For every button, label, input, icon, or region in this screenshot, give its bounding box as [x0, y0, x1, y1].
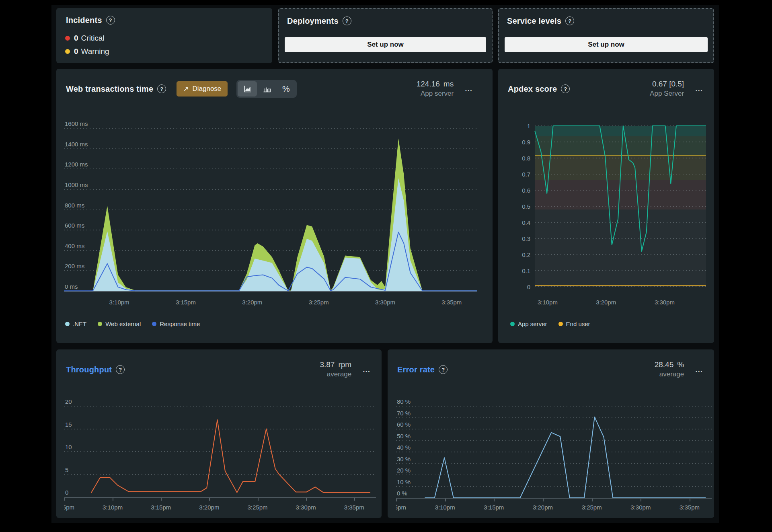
apdex-header: Apdex score ? 0.67 [0.5] App Server ...: [508, 78, 703, 100]
help-icon[interactable]: ?: [343, 16, 351, 25]
x-tick-mark: [64, 498, 65, 501]
legend-dot: [98, 322, 102, 326]
service-levels-setup-button[interactable]: Set up now: [505, 37, 708, 52]
x-tick-mark: [641, 499, 641, 501]
x-tick-label: 3:05pm: [396, 504, 406, 511]
x-tick-label: 3:30pm: [296, 504, 316, 511]
percent-toggle-button[interactable]: %: [276, 81, 296, 97]
legend-item[interactable]: .NET: [65, 320, 86, 327]
x-tick-label: 3:05pm: [64, 504, 74, 511]
x-tick-label: 3:35pm: [441, 299, 462, 306]
service-levels-card: Service levels ? Set up now: [498, 8, 714, 63]
incident-critical-row: 0 Critical: [65, 33, 105, 43]
value-unit: ms: [443, 80, 454, 88]
ellipsis-menu-icon[interactable]: ...: [695, 368, 703, 372]
help-icon[interactable]: ?: [157, 84, 166, 93]
y-tick-label: 80 %: [397, 398, 411, 405]
throughput-plot[interactable]: 05101520: [64, 406, 376, 498]
error-rate-title-link[interactable]: Error rate: [397, 365, 435, 374]
area-chart-toggle-button[interactable]: [238, 81, 257, 97]
web-transactions-header: Web transactions time ? ↗ Diagnose: [66, 78, 472, 100]
bar-chart-toggle-button[interactable]: [257, 81, 276, 97]
web-transactions-legend: .NETWeb externalResponse time: [65, 319, 200, 329]
y-tick-label: 0.9: [522, 139, 530, 146]
x-tick-mark: [258, 498, 259, 501]
legend-item[interactable]: App server: [510, 320, 547, 327]
x-tick-label: 3:30pm: [630, 504, 651, 511]
legend-dot: [510, 322, 515, 326]
diagnose-label: Diagnose: [192, 85, 221, 93]
legend-item[interactable]: Web external: [98, 320, 141, 327]
deployments-card: Deployments ? Set up now: [278, 8, 493, 63]
x-tick-mark: [306, 498, 307, 501]
help-icon[interactable]: ?: [565, 16, 574, 25]
y-tick-label: 0.1: [522, 267, 530, 274]
apdex-title: Apdex score: [508, 84, 557, 94]
x-tick-mark: [494, 499, 495, 501]
y-tick-label: 0.2: [522, 251, 530, 258]
warning-label: Warning: [81, 47, 109, 56]
legend-label: Web external: [105, 320, 141, 327]
legend-label: App server: [518, 320, 547, 327]
bar-chart-icon: [262, 84, 272, 94]
diagnose-button[interactable]: ↗ Diagnose: [177, 81, 228, 97]
apdex-card: Apdex score ? 0.67 [0.5] App Server ... …: [498, 69, 714, 343]
y-tick-label: 0: [527, 283, 530, 290]
x-tick-label: 3:35pm: [680, 504, 700, 511]
help-icon[interactable]: ?: [561, 84, 570, 93]
throughput-card: Throughput ? 3.87rpm average ... 0510152…: [56, 349, 382, 518]
percent-icon: %: [282, 84, 290, 94]
legend-item[interactable]: End user: [558, 320, 590, 327]
x-tick-mark: [113, 498, 113, 501]
x-tick-mark: [161, 498, 162, 501]
error-rate-plot[interactable]: 0 %10 %20 %30 %40 %50 %60 %70 %80 %: [396, 406, 712, 499]
apdex-value: 0.67 [0.5] App Server: [650, 79, 684, 99]
incidents-title: Incidents: [66, 16, 102, 25]
x-tick-label: 3:15pm: [176, 299, 196, 306]
diagnose-arrow-icon: ↗: [183, 86, 189, 92]
x-tick-label: 3:25pm: [309, 299, 329, 306]
x-tick-label: 3:35pm: [344, 504, 364, 511]
legend-dot: [152, 322, 156, 326]
legend-label: Response time: [160, 320, 200, 327]
chart-type-toggle: %: [236, 80, 297, 98]
throughput-value: 3.87rpm average: [320, 360, 351, 379]
x-tick-mark: [543, 499, 544, 501]
value-scope: App Server: [650, 89, 684, 99]
ellipsis-menu-icon[interactable]: ...: [695, 87, 703, 91]
web-transactions-plot[interactable]: 0 ms200 ms400 ms600 ms800 ms1000 ms1200 …: [64, 128, 477, 292]
value-number: 3.87: [320, 360, 335, 369]
deployments-title: Deployments: [287, 16, 339, 26]
help-icon[interactable]: ?: [106, 16, 115, 25]
x-tick-label: 3:20pm: [199, 504, 219, 511]
help-icon[interactable]: ?: [439, 365, 448, 374]
apdex-legend: App serverEnd user: [510, 319, 590, 329]
series-line: [535, 126, 706, 251]
x-tick-mark: [354, 498, 355, 501]
throughput-header: Throughput ? 3.87rpm average ...: [66, 358, 370, 381]
value-scope: App server: [417, 89, 454, 99]
y-tick-label: 0.5: [522, 203, 530, 210]
apdex-plot[interactable]: [535, 126, 706, 287]
x-tick-label: 3:20pm: [596, 299, 616, 306]
value-scope: average: [655, 370, 684, 379]
y-tick-label: 0.8: [522, 155, 530, 162]
web-transactions-value: 124.16ms App server: [417, 79, 454, 99]
incidents-header: Incidents ?: [66, 11, 261, 29]
ellipsis-menu-icon[interactable]: ...: [363, 368, 370, 372]
help-icon[interactable]: ?: [116, 365, 125, 374]
error-rate-xaxis: 3:05pm3:10pm3:15pm3:20pm3:25pm3:30pm3:35…: [396, 502, 712, 514]
web-transactions-title: Web transactions time: [66, 84, 153, 94]
ellipsis-menu-icon[interactable]: ...: [465, 87, 472, 91]
x-tick-mark: [445, 499, 446, 501]
error-rate-card: Error rate ? 28.45% average ... 0 %10 %2…: [388, 349, 714, 518]
apdex-xaxis: 3:10pm3:20pm3:30pm: [535, 297, 706, 308]
critical-dot: [65, 36, 70, 41]
x-tick-mark: [396, 499, 397, 501]
x-tick-mark: [209, 498, 210, 501]
error-rate-value: 28.45% average: [655, 360, 684, 379]
deployments-setup-button[interactable]: Set up now: [285, 37, 486, 52]
throughput-title-link[interactable]: Throughput: [66, 365, 112, 374]
legend-item[interactable]: Response time: [152, 320, 200, 327]
incidents-card: Incidents ? 0 Critical 0 Warning: [56, 8, 272, 63]
